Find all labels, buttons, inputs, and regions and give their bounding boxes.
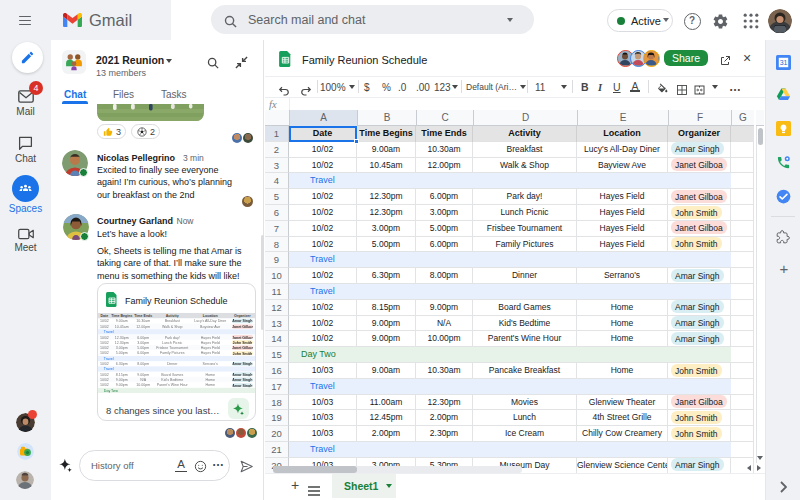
svg-text:31: 31 xyxy=(779,59,787,66)
